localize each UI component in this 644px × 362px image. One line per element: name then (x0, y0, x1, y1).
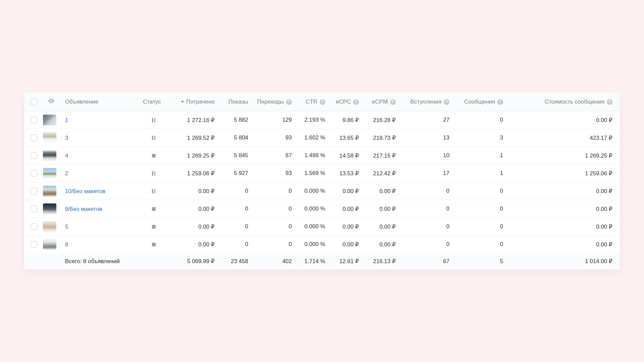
cell-ecpc: 0.00 ₽ (328, 236, 362, 253)
help-icon[interactable]: ? (286, 99, 292, 105)
select-all-checkbox[interactable] (31, 99, 37, 105)
cell-ecpc: 13.53 ₽ (328, 165, 362, 182)
help-icon[interactable]: ? (497, 99, 503, 105)
row-checkbox[interactable] (31, 117, 37, 123)
cell-messages: 0 (452, 218, 506, 236)
cell-spent: 0.00 ₽ (167, 218, 217, 236)
table-row: 80.00 ₽000.000 %0.00 ₽0.00 ₽000.00 ₽ (24, 236, 620, 253)
cell-joins: 0 (398, 182, 452, 200)
ad-thumbnail[interactable] (43, 115, 56, 125)
visibility-icon[interactable] (48, 97, 55, 105)
cell-ctr: 0.000 % (294, 236, 328, 253)
col-ecpc[interactable]: eCPC ? (328, 93, 362, 111)
stop-icon[interactable] (151, 242, 156, 247)
ad-thumbnail[interactable] (43, 239, 56, 250)
row-checkbox[interactable] (31, 188, 37, 194)
ad-name-link[interactable]: 1 (65, 117, 68, 123)
cell-impressions: 0 (217, 218, 251, 236)
cell-clicks: 93 (251, 165, 294, 182)
help-icon[interactable]: ? (320, 99, 325, 105)
pause-icon[interactable] (151, 189, 156, 194)
cell-clicks: 93 (251, 129, 294, 147)
cell-impressions: 5 845 (217, 147, 251, 165)
cell-impressions: 5 927 (217, 165, 251, 182)
row-checkbox[interactable] (31, 170, 37, 177)
cell-joins: 17 (398, 165, 452, 182)
ad-name-link[interactable]: 8 (65, 241, 68, 247)
ad-thumbnail[interactable] (43, 132, 56, 143)
help-icon[interactable]: ? (444, 99, 449, 105)
ad-thumbnail[interactable] (43, 150, 56, 161)
totals-ctr: 1.714 % (294, 253, 328, 269)
row-checkbox[interactable] (31, 134, 37, 141)
row-checkbox[interactable] (31, 241, 37, 248)
ad-name-link[interactable]: 9/Без макетов (65, 205, 102, 212)
cell-messages: 1 (452, 147, 506, 165)
cell-messages: 0 (452, 200, 506, 218)
col-status[interactable]: Статус (140, 93, 167, 111)
cell-clicks: 0 (251, 236, 294, 253)
cell-msg-cost: 1 269.25 ₽ (506, 147, 620, 165)
ad-name-link[interactable]: 4 (65, 152, 68, 159)
ad-name-link[interactable]: 3 (65, 134, 68, 141)
ad-thumbnail[interactable] (43, 186, 56, 196)
cell-ctr: 0.000 % (294, 218, 328, 236)
ads-table: Объявление Статус Потрачено Показы Перех… (24, 93, 620, 269)
col-messages[interactable]: Сообщения ? (452, 93, 506, 111)
cell-ecpm: 217.15 ₽ (362, 147, 398, 165)
cell-msg-cost: 423.17 ₽ (506, 129, 620, 147)
stop-icon[interactable] (151, 153, 156, 159)
ad-name-link[interactable]: 10/Без макетов (65, 188, 105, 194)
cell-msg-cost: 0.00 ₽ (506, 218, 620, 236)
stop-icon[interactable] (151, 224, 156, 230)
stop-icon[interactable] (151, 206, 156, 212)
ad-thumbnail[interactable] (43, 168, 56, 179)
totals-ecpm: 216.13 ₽ (362, 253, 398, 269)
cell-msg-cost: 0.00 ₽ (506, 236, 620, 253)
cell-impressions: 5 804 (217, 129, 251, 147)
totals-joins: 67 (398, 253, 452, 269)
cell-messages: 3 (452, 129, 506, 147)
cell-spent: 0.00 ₽ (167, 182, 217, 200)
totals-clicks: 402 (251, 253, 294, 269)
ad-name-link[interactable]: 5 (65, 223, 68, 230)
sort-desc-icon (181, 101, 184, 103)
ad-name-link[interactable]: 2 (65, 170, 68, 176)
row-checkbox[interactable] (31, 205, 37, 212)
totals-spent: 5 069.99 ₽ (167, 253, 217, 269)
cell-joins: 0 (398, 236, 452, 253)
help-icon[interactable]: ? (353, 99, 359, 105)
col-joins[interactable]: Вступления ? (398, 93, 452, 111)
pause-icon[interactable] (151, 135, 156, 141)
col-clicks[interactable]: Переходы ? (251, 93, 294, 111)
cell-ctr: 1.602 % (294, 129, 328, 147)
help-icon[interactable]: ? (390, 99, 396, 105)
cell-impressions: 5 882 (217, 111, 251, 129)
cell-spent: 0.00 ₽ (167, 236, 217, 253)
totals-messages: 5 (452, 253, 506, 269)
cell-joins: 27 (398, 111, 452, 129)
col-impressions[interactable]: Показы (217, 93, 251, 111)
col-ctr[interactable]: CTR ? (294, 93, 328, 111)
col-spent[interactable]: Потрачено (167, 93, 217, 111)
col-ecpm[interactable]: eCPM ? (362, 93, 398, 111)
totals-row: Всего: 8 объявлений 5 069.99 ₽ 23 458 40… (24, 253, 620, 269)
row-checkbox[interactable] (31, 152, 37, 159)
row-checkbox[interactable] (31, 223, 37, 230)
ad-thumbnail[interactable] (43, 203, 56, 214)
table-row: 11 272.16 ₽5 8821292.193 %9.86 ₽216.28 ₽… (24, 111, 620, 129)
ad-thumbnail[interactable] (43, 221, 56, 232)
table-header-row: Объявление Статус Потрачено Показы Перех… (24, 93, 620, 111)
totals-ecpc: 12.61 ₽ (328, 253, 362, 269)
col-msg-cost[interactable]: Стоимость сообщения ? (506, 93, 620, 111)
cell-joins: 0 (398, 200, 452, 218)
cell-joins: 13 (398, 129, 452, 147)
pause-icon[interactable] (151, 118, 156, 123)
cell-ecpm: 212.42 ₽ (362, 165, 398, 182)
help-icon[interactable]: ? (607, 99, 612, 105)
col-ad[interactable]: Объявление (62, 93, 140, 111)
pause-icon[interactable] (151, 171, 156, 176)
cell-ecpm: 0.00 ₽ (362, 236, 398, 253)
cell-ctr: 0.000 % (294, 200, 328, 218)
cell-ctr: 1.569 % (294, 165, 328, 182)
